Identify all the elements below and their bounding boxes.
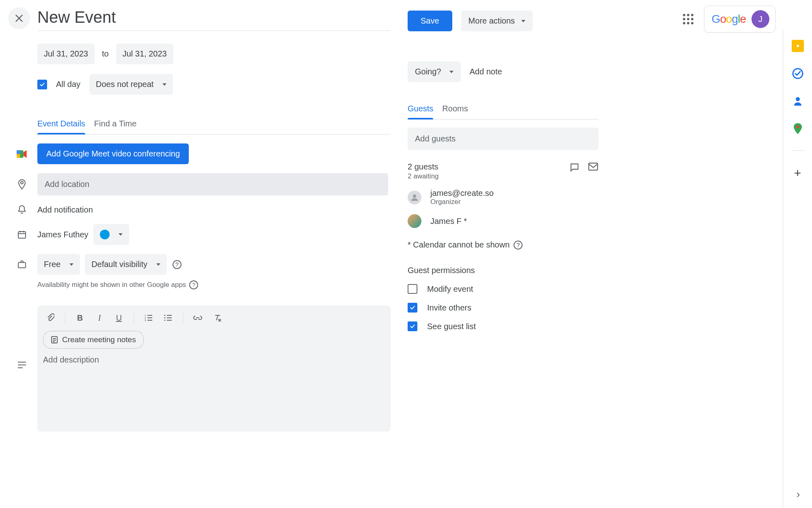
more-actions-button[interactable]: More actions [461,11,533,31]
document-icon [51,336,58,344]
add-meet-button[interactable]: Add Google Meet video conferencing [37,143,189,164]
calendar-icon [13,230,31,239]
check-icon [39,81,45,88]
add-note-button[interactable]: Add note [470,67,502,76]
svg-point-37 [413,194,416,198]
availability-select[interactable]: Free [37,254,80,275]
google-logo: Google [712,13,746,26]
svg-rect-3 [17,150,20,154]
get-addons-button[interactable]: + [794,166,801,180]
tasks-icon[interactable] [792,67,804,80]
invite-others-checkbox[interactable] [408,303,417,313]
end-date-chip[interactable]: Jul 31, 2023 [116,43,173,64]
guest-count-label: 2 guests [408,162,439,172]
svg-rect-11 [18,263,26,268]
help-icon[interactable]: ? [189,280,198,289]
email-icon[interactable] [588,162,598,174]
see-guest-list-label: See guest list [427,322,476,331]
notification-icon [13,204,31,215]
help-icon[interactable]: ? [514,241,523,250]
to-label: to [102,49,109,59]
availability-label: Free [44,260,60,269]
side-panel-toggle[interactable]: › [790,486,806,502]
guest-permissions-title: Guest permissions [408,266,598,275]
calendar-color-select[interactable] [93,224,129,245]
italic-button[interactable]: I [92,310,107,325]
maps-icon[interactable] [792,123,804,135]
svg-text:3: 3 [145,319,146,321]
guest-row[interactable]: james@create.so Organizer [408,189,598,206]
close-icon [14,13,24,24]
more-actions-label: More actions [469,16,515,26]
save-button[interactable]: Save [408,11,452,31]
guest-sub: Organizer [430,198,494,206]
google-apps-icon[interactable] [683,14,693,24]
rsvp-select[interactable]: Going? [408,61,461,82]
guest-name: James F * [430,217,467,226]
add-guests-input[interactable] [408,128,598,150]
guest-row[interactable]: James F * [408,214,598,228]
availability-hint: Availability might be shown in other Goo… [37,281,186,289]
tab-rooms[interactable]: Rooms [442,98,468,119]
tab-find-a-time[interactable]: Find a Time [94,113,136,134]
google-account-badge[interactable]: Google J [704,6,775,33]
side-panel-divider [791,150,804,151]
contacts-icon[interactable] [792,95,804,107]
svg-line-29 [216,315,218,320]
avatar[interactable]: J [752,10,769,28]
keep-icon[interactable] [792,40,804,52]
svg-point-42 [796,126,799,128]
toolbar-divider [65,312,65,323]
bullet-list-button[interactable] [161,310,175,325]
visibility-select[interactable]: Default visibility [85,254,167,275]
visibility-label: Default visibility [91,260,147,269]
see-guest-list-checkbox[interactable] [408,321,417,331]
rsvp-label: Going? [415,67,441,76]
guest-name: james@create.so [430,189,494,198]
guest-awaiting-label: 2 awaiting [408,172,439,180]
modify-event-checkbox[interactable] [408,284,417,294]
briefcase-icon [13,260,31,269]
chevron-down-icon [156,263,160,266]
svg-point-26 [164,320,166,321]
location-input[interactable] [37,173,388,195]
underline-button[interactable]: U [112,310,126,325]
svg-point-41 [796,97,800,101]
calendar-owner-label: James Futhey [37,230,89,239]
chevron-down-icon [162,83,166,86]
svg-rect-7 [18,232,26,238]
tab-guests[interactable]: Guests [408,98,433,119]
repeat-label: Does not repeat [96,80,153,89]
attach-file-button[interactable] [43,310,58,325]
svg-point-24 [164,315,166,316]
link-button[interactable] [190,310,205,325]
tab-event-details[interactable]: Event Details [37,113,85,134]
chevron-down-icon [119,233,123,236]
check-icon [409,304,416,311]
close-button[interactable] [8,7,30,29]
svg-point-25 [164,317,166,319]
description-icon [13,361,31,369]
numbered-list-button[interactable]: 123 [141,310,156,325]
calendar-cannot-show-label: * Calendar cannot be shown [408,240,510,250]
toolbar-divider [183,312,183,323]
repeat-select[interactable]: Does not repeat [89,74,173,95]
description-placeholder[interactable]: Add description [43,355,385,365]
all-day-checkbox[interactable] [37,80,47,89]
add-notification-button[interactable]: Add notification [37,205,93,215]
chat-icon[interactable] [569,162,580,174]
help-icon[interactable]: ? [173,260,181,269]
svg-rect-4 [17,154,20,158]
meet-icon [13,149,31,159]
location-icon [13,179,31,190]
clear-formatting-button[interactable] [210,310,225,325]
check-icon [409,323,416,330]
start-date-chip[interactable]: Jul 31, 2023 [37,43,95,64]
event-title-input[interactable] [37,8,391,31]
svg-rect-36 [589,163,598,170]
svg-point-39 [797,45,799,47]
chevron-down-icon [521,20,525,22]
guest-avatar [408,191,421,204]
bold-button[interactable]: B [73,310,87,325]
create-meeting-notes-button[interactable]: Create meeting notes [43,331,144,349]
